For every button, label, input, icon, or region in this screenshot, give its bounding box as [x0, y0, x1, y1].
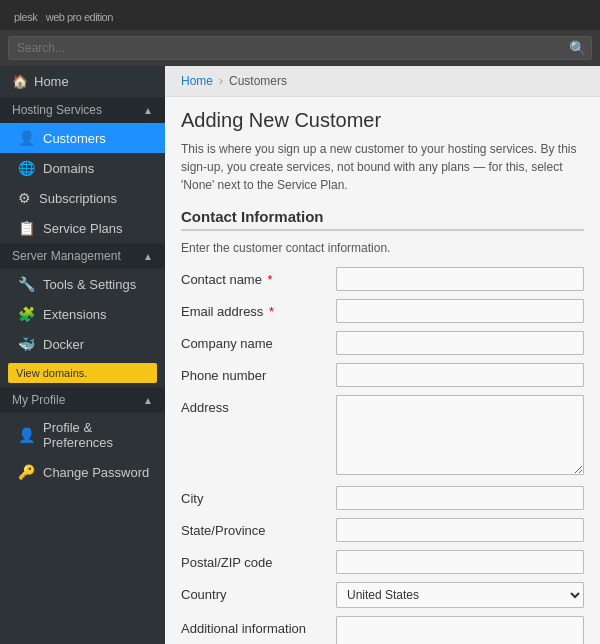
key-icon: 🔑 [18, 464, 35, 480]
form-row-phone: Phone number [181, 363, 584, 387]
chevron-up-icon-profile: ▲ [143, 395, 153, 406]
search-input[interactable] [8, 36, 592, 60]
form-row-city: City [181, 486, 584, 510]
company-field [336, 331, 584, 355]
view-domains-tooltip[interactable]: View domains. [8, 363, 157, 383]
main-content: Home › Customers Adding New Customer Thi… [165, 66, 600, 644]
form-row-country: Country United States United Kingdom Can… [181, 582, 584, 608]
sidebar: 🏠 Home Hosting Services ▲ 👤 Customers 🌐 … [0, 66, 165, 644]
docker-icon: 🐳 [18, 336, 35, 352]
sidebar-item-tools-settings[interactable]: 🔧 Tools & Settings [0, 269, 165, 299]
page-description: This is where you sign up a new customer… [181, 140, 584, 194]
phone-field [336, 363, 584, 387]
state-field [336, 518, 584, 542]
logo: plesk web pro edition [10, 5, 113, 26]
form-row-address: Address [181, 395, 584, 478]
additional-input[interactable] [336, 616, 584, 644]
address-input[interactable] [336, 395, 584, 475]
sidebar-section-my-profile[interactable]: My Profile ▲ [0, 387, 165, 413]
country-field: United States United Kingdom Canada Aust… [336, 582, 584, 608]
home-icon: 🏠 [12, 74, 28, 89]
required-marker: * [264, 272, 273, 287]
chevron-up-icon: ▲ [143, 105, 153, 116]
country-label: Country [181, 582, 336, 602]
profile-icon: 👤 [18, 427, 35, 443]
breadcrumb-current: Customers [229, 74, 287, 88]
sidebar-item-profile-preferences[interactable]: 👤 Profile & Preferences [0, 413, 165, 457]
additional-label: Additional information [181, 616, 336, 636]
form-row-additional: Additional information Plain text only: … [181, 616, 584, 644]
postal-input[interactable] [336, 550, 584, 574]
email-label: Email address * [181, 299, 336, 319]
form-row-state: State/Province [181, 518, 584, 542]
company-label: Company name [181, 331, 336, 351]
contact-name-field [336, 267, 584, 291]
service-plans-icon: 📋 [18, 220, 35, 236]
postal-label: Postal/ZIP code [181, 550, 336, 570]
breadcrumb: Home › Customers [165, 66, 600, 97]
sidebar-item-domains[interactable]: 🌐 Domains [0, 153, 165, 183]
city-input[interactable] [336, 486, 584, 510]
city-label: City [181, 486, 336, 506]
subscriptions-icon: ⚙ [18, 190, 31, 206]
sidebar-item-docker[interactable]: 🐳 Docker [0, 329, 165, 359]
search-icon: 🔍 [569, 40, 586, 56]
domains-icon: 🌐 [18, 160, 35, 176]
sidebar-item-service-plans[interactable]: 📋 Service Plans [0, 213, 165, 243]
breadcrumb-separator: › [219, 74, 223, 88]
sidebar-item-extensions[interactable]: 🧩 Extensions [0, 299, 165, 329]
extensions-icon: 🧩 [18, 306, 35, 322]
contact-section-title: Contact Information [181, 208, 584, 231]
sidebar-item-home[interactable]: 🏠 Home [0, 66, 165, 97]
additional-field: Plain text only: All HTML tags will be i… [336, 616, 584, 644]
sidebar-item-change-password[interactable]: 🔑 Change Password [0, 457, 165, 487]
state-label: State/Province [181, 518, 336, 538]
company-input[interactable] [336, 331, 584, 355]
form-row-postal: Postal/ZIP code [181, 550, 584, 574]
breadcrumb-home[interactable]: Home [181, 74, 213, 88]
sidebar-item-subscriptions[interactable]: ⚙ Subscriptions [0, 183, 165, 213]
country-select[interactable]: United States United Kingdom Canada Aust… [336, 582, 584, 608]
tools-icon: 🔧 [18, 276, 35, 292]
topbar: plesk web pro edition [0, 0, 600, 30]
contact-section-description: Enter the customer contact information. [181, 241, 584, 255]
search-bar: 🔍 [0, 30, 600, 66]
postal-field [336, 550, 584, 574]
email-input[interactable] [336, 299, 584, 323]
customers-icon: 👤 [18, 130, 35, 146]
address-label: Address [181, 395, 336, 415]
sidebar-item-customers[interactable]: 👤 Customers [0, 123, 165, 153]
phone-input[interactable] [336, 363, 584, 387]
sidebar-section-hosting[interactable]: Hosting Services ▲ [0, 97, 165, 123]
form-row-contact-name: Contact name * [181, 267, 584, 291]
form-row-email: Email address * [181, 299, 584, 323]
contact-name-input[interactable] [336, 267, 584, 291]
contact-name-label: Contact name * [181, 267, 336, 287]
city-field [336, 486, 584, 510]
state-input[interactable] [336, 518, 584, 542]
form-row-company: Company name [181, 331, 584, 355]
address-field [336, 395, 584, 478]
chevron-up-icon-server: ▲ [143, 251, 153, 262]
page-title: Adding New Customer [181, 109, 584, 132]
email-field [336, 299, 584, 323]
sidebar-section-server[interactable]: Server Management ▲ [0, 243, 165, 269]
required-marker-email: * [265, 304, 274, 319]
phone-label: Phone number [181, 363, 336, 383]
